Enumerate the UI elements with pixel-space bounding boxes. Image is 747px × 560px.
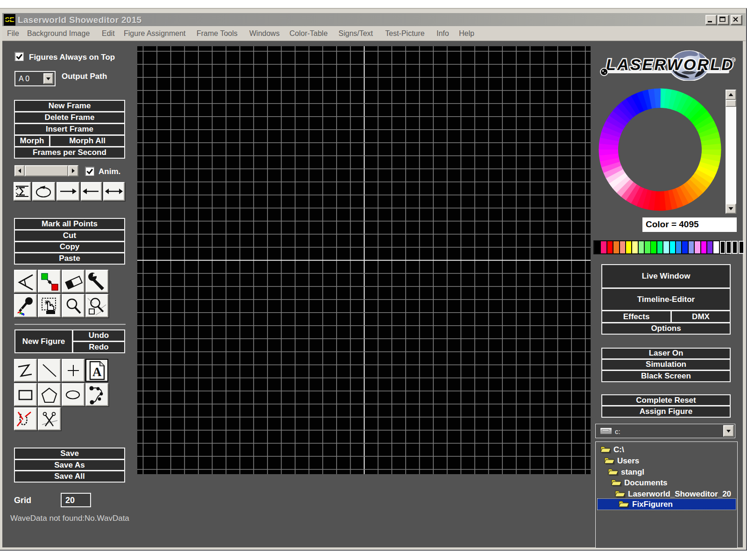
svg-text:®: ® bbox=[732, 57, 735, 63]
svg-text:LASERWORLD: LASERWORLD bbox=[606, 56, 734, 73]
svg-text:A: A bbox=[92, 365, 102, 379]
